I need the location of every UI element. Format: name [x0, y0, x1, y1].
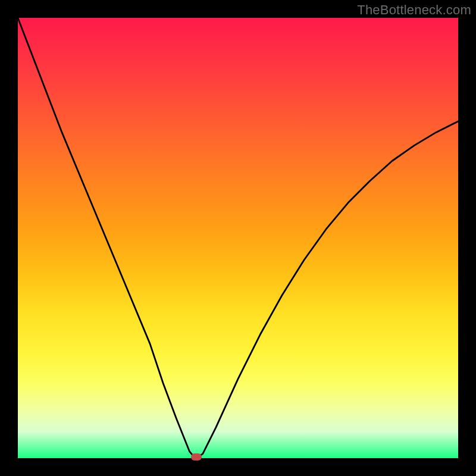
watermark-text: TheBottleneck.com [357, 2, 471, 18]
bottleneck-curve [18, 18, 458, 458]
plot-area [18, 18, 458, 458]
minimum-marker [191, 453, 202, 461]
chart-frame: TheBottleneck.com [0, 0, 476, 476]
